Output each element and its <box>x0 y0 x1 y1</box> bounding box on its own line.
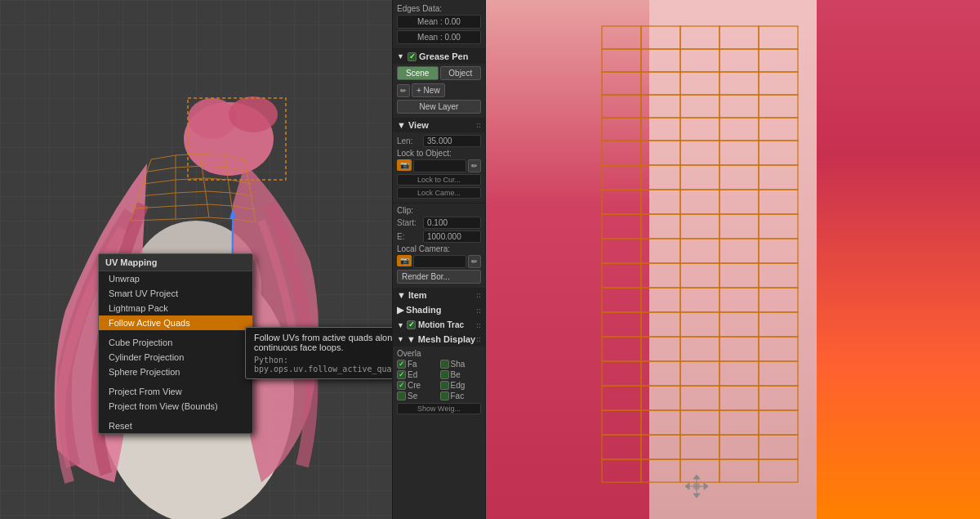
mean-value-2[interactable]: Mean : 0.00 <box>397 30 481 44</box>
svg-rect-96 <box>719 410 759 435</box>
fa-label: Fa <box>408 360 417 369</box>
lock-to-object-label: Lock to Object: <box>397 149 481 158</box>
pencil-icon[interactable]: ✏ <box>397 84 410 97</box>
menu-item-project-view[interactable]: Project From View <box>99 384 252 399</box>
sha-checkbox[interactable] <box>440 360 449 369</box>
local-camera-icon[interactable]: 📷 <box>397 255 412 266</box>
left-viewport[interactable]: UV Mapping Unwrap Smart UV Project Light… <box>0 0 392 519</box>
svg-rect-42 <box>759 141 798 165</box>
start-label: Start: <box>397 218 421 227</box>
lock-object-row: 📷 ✏ <box>397 159 481 172</box>
se-checkbox[interactable] <box>397 391 406 400</box>
fac-checkbox[interactable] <box>440 391 449 400</box>
fa-checkbox[interactable] <box>397 360 406 369</box>
svg-rect-80 <box>680 337 719 361</box>
svg-rect-66 <box>719 263 759 288</box>
svg-rect-54 <box>641 214 680 239</box>
lock-to-cur[interactable]: Lock to Cur... <box>397 174 481 186</box>
cre-checkbox[interactable] <box>397 381 406 390</box>
view-label: ▼ View <box>397 120 429 130</box>
lock-camera-icon[interactable]: 📷 <box>397 159 412 171</box>
start-value[interactable]: 0.100 <box>423 217 481 229</box>
lock-edit-icon[interactable]: ✏ <box>468 159 481 172</box>
show-weig-item[interactable]: Show Weig... <box>397 403 481 414</box>
motion-trac-header[interactable]: ▼ Motion Trac :: <box>393 318 485 332</box>
grease-pen-label: Grease Pen <box>419 51 469 61</box>
mean-value-1[interactable]: Mean : 0.00 <box>397 15 481 29</box>
svg-rect-41 <box>719 141 759 165</box>
len-value[interactable]: 35.000 <box>423 135 481 147</box>
menu-item-cube[interactable]: Cube Projection <box>99 335 252 350</box>
mesh-dots: :: <box>476 335 481 343</box>
grease-pen-arrow: ▼ <box>397 52 404 60</box>
svg-rect-61 <box>719 239 759 263</box>
view-header[interactable]: ▼ View :: <box>393 118 485 132</box>
shading-header[interactable]: ▶ Shading :: <box>393 302 485 318</box>
menu-item-cylinder[interactable]: Cylinder Projection <box>99 350 252 365</box>
menu-item-smart-uv[interactable]: Smart UV Project <box>99 286 252 301</box>
new-button[interactable]: + New <box>412 83 445 97</box>
edg-checkbox[interactable] <box>440 381 449 390</box>
grease-pen-header[interactable]: ▼ Grease Pen <box>393 49 485 64</box>
menu-title: UV Mapping <box>99 254 252 271</box>
overla-edg-item: Edg <box>440 381 482 390</box>
item-header[interactable]: ▼ Item :: <box>393 288 485 302</box>
mesh-display-header[interactable]: ▼ ▼ Mesh Display :: <box>393 332 485 347</box>
view-dots: :: <box>476 121 481 129</box>
scene-tab[interactable]: Scene <box>397 66 439 80</box>
motion-trac-checkbox[interactable] <box>407 320 416 329</box>
menu-item-follow-active[interactable]: Follow Active Quads <box>99 315 252 330</box>
svg-rect-100 <box>680 435 719 459</box>
e-value[interactable]: 1000.000 <box>423 230 481 243</box>
svg-rect-23 <box>602 72 641 95</box>
svg-rect-72 <box>759 288 798 312</box>
edges-data-section: Edges Data: Mean : 0.00 Mean : 0.00 <box>393 2 485 49</box>
render-bor-button[interactable]: Render Bor... <box>397 270 481 284</box>
scene-object-tabs: Scene Object <box>397 66 481 80</box>
e-label: E: <box>397 232 421 241</box>
uv-canvas <box>486 0 980 519</box>
svg-rect-58 <box>602 239 641 263</box>
svg-rect-53 <box>602 214 641 239</box>
svg-rect-55 <box>680 214 719 239</box>
properties-panel: Edges Data: Mean : 0.00 Mean : 0.00 ▼ Gr… <box>392 0 486 519</box>
svg-rect-102 <box>759 435 798 459</box>
local-camera-edit-icon[interactable]: ✏ <box>468 255 481 268</box>
menu-item-lightmap[interactable]: Lightmap Pack <box>99 301 252 315</box>
menu-item-sphere[interactable]: Sphere Projection <box>99 365 252 379</box>
svg-rect-32 <box>759 95 798 118</box>
svg-rect-29 <box>641 95 680 118</box>
clip-label: Clip: <box>397 206 481 215</box>
sha-label: Sha <box>451 360 466 369</box>
svg-rect-64 <box>641 263 680 288</box>
uv-editor-viewport[interactable] <box>486 0 980 519</box>
clip-section: Clip: Start: 0.100 E: 1000.000 Local Cam… <box>393 204 485 288</box>
svg-rect-65 <box>680 263 719 288</box>
uv-mapping-menu[interactable]: UV Mapping Unwrap Smart UV Project Light… <box>98 253 253 434</box>
object-tab[interactable]: Object <box>440 66 482 80</box>
shading-label: ▶ Shading <box>397 305 441 315</box>
local-camera-field[interactable] <box>413 255 466 268</box>
lock-came[interactable]: Lock Came... <box>397 187 481 199</box>
svg-rect-15 <box>680 26 719 49</box>
menu-item-unwrap[interactable]: Unwrap <box>99 271 252 286</box>
lock-object-field[interactable] <box>413 159 466 172</box>
svg-rect-83 <box>602 361 641 386</box>
svg-rect-63 <box>602 263 641 288</box>
grease-pen-checkbox[interactable] <box>408 52 416 61</box>
svg-rect-101 <box>719 435 759 459</box>
new-layer-button[interactable]: New Layer <box>397 100 481 114</box>
svg-rect-44 <box>641 165 680 190</box>
menu-item-reset[interactable]: Reset <box>99 418 252 433</box>
motion-trac-label: Motion Trac <box>418 320 464 329</box>
overla-fa-item: Fa <box>397 360 439 369</box>
menu-item-project-view-bounds[interactable]: Project from View (Bounds) <box>99 399 252 414</box>
svg-point-4 <box>229 96 278 132</box>
svg-rect-47 <box>759 165 798 190</box>
svg-rect-85 <box>680 361 719 386</box>
ed-checkbox[interactable] <box>397 370 406 379</box>
svg-rect-98 <box>602 435 641 459</box>
be-checkbox[interactable] <box>440 370 449 379</box>
overla-sha-item: Sha <box>440 360 482 369</box>
item-label: ▼ Item <box>397 290 427 300</box>
